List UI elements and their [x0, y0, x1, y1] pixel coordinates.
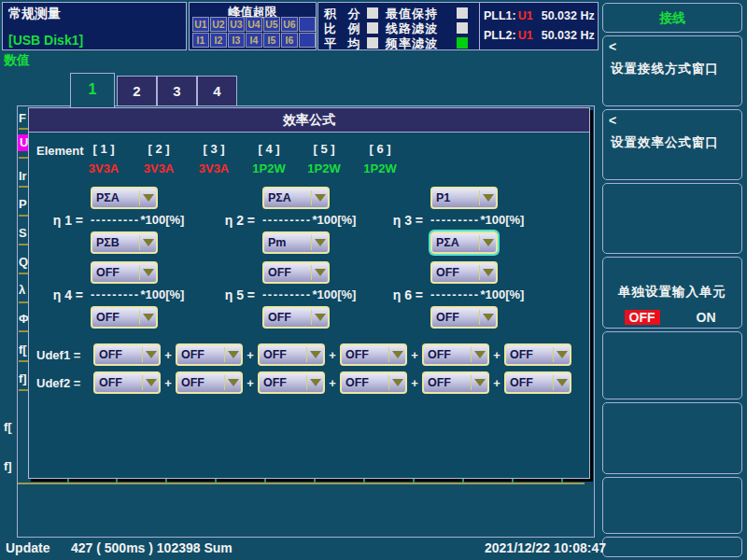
dropdown-value: OFF — [506, 376, 553, 389]
table-column-tick — [264, 479, 266, 483]
option-off[interactable]: OFF — [625, 310, 660, 325]
eta4-denominator-dropdown[interactable]: OFF — [91, 306, 158, 329]
eta2-numerator-dropdown[interactable]: PΣA — [262, 187, 330, 209]
dropdown-value: PΣA — [92, 191, 139, 204]
softkey-empty-3 — [602, 402, 742, 474]
chevron-down-icon — [480, 269, 496, 276]
element-4-number: [ 4 ] — [243, 142, 295, 156]
list-item-fi[interactable]: f] — [19, 371, 27, 385]
udef1-term2-dropdown[interactable]: OFF — [176, 343, 243, 366]
tab-page-4[interactable]: 4 — [197, 76, 237, 106]
udef1-term1-dropdown[interactable]: OFF — [93, 343, 161, 366]
chevron-down-icon — [554, 351, 570, 358]
list-item-fu[interactable]: f[ — [19, 343, 27, 357]
plus-operator: + — [163, 348, 173, 362]
list-item-irms[interactable]: Ir — [19, 169, 27, 183]
list-item-s[interactable]: S — [19, 226, 27, 240]
eta1-denominator-dropdown[interactable]: PΣB — [91, 231, 158, 254]
freq-filter-label: 频率滤波 — [386, 35, 438, 52]
udef2-term4-dropdown[interactable]: OFF — [340, 371, 407, 394]
fraction-line: ---------*100[%] — [430, 288, 524, 301]
plus-operator: + — [410, 376, 419, 390]
softkey-empty-4 — [602, 477, 742, 534]
element-1-number: [ 1 ] — [78, 142, 130, 156]
tab-page-2[interactable]: 2 — [117, 76, 157, 106]
dropdown-value: OFF — [342, 348, 388, 361]
udef2-term1-dropdown[interactable]: OFF — [93, 371, 161, 394]
integration-indicator — [367, 7, 378, 19]
dialog-title: 效率公式 — [29, 108, 589, 133]
udef2-term5-dropdown[interactable]: OFF — [422, 371, 489, 394]
eta3-numerator-dropdown[interactable]: P1 — [430, 187, 498, 209]
eta1-numerator-dropdown[interactable]: PΣA — [91, 187, 158, 209]
update-counter: 427 ( 500ms ) 102398 Sum — [71, 540, 233, 555]
measurement-mode-panel: 常规测量 [USB Disk1] — [2, 2, 187, 50]
list-item-f[interactable]: F — [19, 111, 26, 125]
eta5-numerator-dropdown[interactable]: OFF — [262, 261, 330, 284]
softkey-empty-1 — [602, 183, 742, 254]
udef1-term4-dropdown[interactable]: OFF — [340, 343, 407, 366]
eta6-denominator-dropdown[interactable]: OFF — [430, 306, 498, 329]
dropdown-value: P1 — [432, 191, 479, 204]
chevron-down-icon — [312, 269, 328, 276]
list-item-q[interactable]: Q — [19, 255, 28, 269]
tab-page-3[interactable]: 3 — [157, 76, 197, 106]
eta6-numerator-dropdown[interactable]: OFF — [430, 261, 498, 284]
eta2-denominator-dropdown[interactable]: Pm — [262, 231, 330, 254]
softkey-independent-input-unit[interactable]: 单独设置输入单元 OFF ON — [602, 257, 742, 329]
status-indicator-panel: 积 分 最值保持 比 例 线路滤波 平 均 频率滤波 — [317, 2, 480, 50]
element-6-number: [ 6 ] — [354, 142, 406, 156]
plus-operator: + — [163, 376, 173, 390]
udef1-term3-dropdown[interactable]: OFF — [258, 343, 325, 366]
udef2-term3-dropdown[interactable]: OFF — [258, 371, 325, 394]
update-label: Update — [6, 540, 49, 555]
plus-operator: + — [410, 348, 419, 362]
dropdown-value: PΣA — [264, 191, 311, 204]
table-column-tick — [413, 479, 415, 483]
list-item-lambda[interactable]: λ — [19, 283, 25, 297]
averaging-indicator — [367, 37, 378, 49]
chevron-down-icon — [143, 351, 159, 358]
peak-cell-i5: I5 — [263, 33, 280, 48]
table-column-tick — [561, 479, 563, 483]
tab-page-1[interactable]: 1 — [70, 73, 115, 110]
chevron-down-icon — [143, 379, 159, 386]
chevron-down-icon — [389, 351, 405, 358]
independent-input-unit-label: 单独设置输入单元 — [603, 284, 741, 301]
plus-operator: + — [246, 348, 255, 362]
dropdown-value: OFF — [432, 266, 479, 279]
power-analyzer-screen: 常规测量 [USB Disk1] 峰值超限 U1 U2 U3 U4 U5 U6 … — [0, 0, 747, 560]
fraction-line: ---------*100[%] — [262, 214, 356, 227]
udef2-term2-dropdown[interactable]: OFF — [176, 371, 243, 394]
softkey-efficiency-formula[interactable]: < 设置效率公式窗口 — [602, 109, 742, 180]
eta4-numerator-dropdown[interactable]: OFF — [91, 261, 158, 284]
eta5-denominator-dropdown[interactable]: OFF — [262, 306, 330, 329]
dropdown-value: OFF — [92, 311, 139, 324]
peak-cell-i6: I6 — [281, 33, 298, 48]
dropdown-value: OFF — [424, 376, 471, 389]
option-on[interactable]: ON — [692, 310, 721, 325]
softkey-arrow-icon: < — [609, 113, 616, 128]
pll2-label: PLL2: — [484, 29, 516, 42]
chevron-down-icon — [554, 379, 570, 386]
eta4-formula-group: η 4 = OFF ---------*100[%] OFF — [40, 261, 184, 329]
chevron-down-icon — [480, 194, 496, 202]
udef1-term5-dropdown[interactable]: OFF — [422, 343, 489, 366]
table-column-tick — [215, 479, 217, 483]
dropdown-value: OFF — [432, 311, 479, 324]
dropdown-value: OFF — [177, 348, 224, 361]
chevron-down-icon — [140, 194, 156, 202]
peak-cell-i4: I4 — [246, 33, 262, 48]
chevron-down-icon — [225, 379, 241, 386]
element-5-wiring: 1P2W — [298, 161, 350, 175]
list-item-p[interactable]: P — [19, 197, 27, 211]
chevron-down-icon — [312, 239, 328, 246]
dropdown-value: OFF — [264, 311, 311, 324]
eta5-label: η 5 = — [212, 287, 255, 302]
softkey-wiring-settings[interactable]: < 设置接线方式窗口 — [602, 35, 742, 106]
peak-overlimit-panel: 峰值超限 U1 U2 U3 U4 U5 U6 I1 I2 I3 I4 I5 I6 — [189, 2, 317, 50]
udef1-term6-dropdown[interactable]: OFF — [504, 343, 571, 366]
eta3-denominator-dropdown[interactable]: PΣA — [430, 231, 498, 254]
chevron-down-icon — [472, 351, 487, 358]
udef2-term6-dropdown[interactable]: OFF — [504, 371, 571, 394]
